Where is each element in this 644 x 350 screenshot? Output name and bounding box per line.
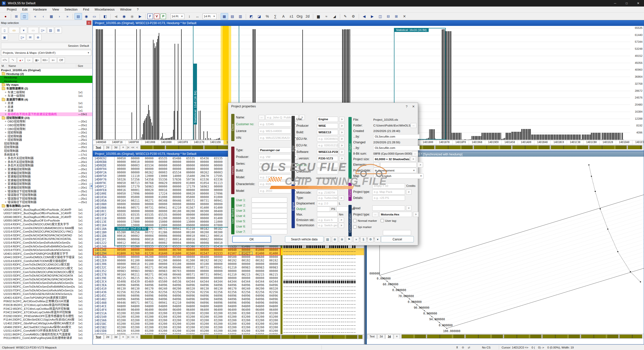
hex-cell[interactable]: 00004 — [142, 234, 156, 238]
tab-2d[interactable]: 2d — [104, 145, 111, 150]
hex-cell[interactable]: 01113 — [211, 181, 225, 185]
hex-cell[interactable]: 03200 — [197, 322, 211, 326]
open-project-button[interactable]: ▭ — [9, 27, 19, 33]
hex-cell[interactable]: 04096 — [184, 333, 197, 334]
hexdump-row[interactable]: 14D1566032000320003200032000320003200032… — [93, 319, 364, 322]
open-folder-icon[interactable]: ▭ — [91, 13, 98, 20]
hex-cell[interactable]: 03200 — [267, 329, 280, 333]
tree-row-dfc[interactable]: U0028:00DFC_BusDiagBusOffErrPasNode_0CAN… — [0, 208, 92, 212]
hex-cell[interactable]: 03200 — [184, 326, 197, 329]
hex-cell[interactable]: 00000 — [211, 188, 225, 192]
hex-cell[interactable]: 06400 — [211, 308, 225, 312]
hex-cell[interactable]: 03200 — [253, 315, 267, 319]
hex-cell[interactable]: 00000 — [114, 164, 128, 167]
tab-eq[interactable]: = — [394, 334, 400, 339]
percent-view-icon[interactable]: % — [264, 13, 271, 20]
hex-cell[interactable]: 00000 — [267, 276, 280, 280]
field-input[interactable]: e.g. WAUZZZ8E35A23 — [259, 135, 291, 140]
hex-cell[interactable]: 15000 — [156, 220, 170, 224]
tab-Text[interactable]: Text — [93, 145, 103, 150]
hex-cell[interactable]: 04096 — [184, 297, 197, 301]
hex-cell[interactable]: 00983 — [128, 269, 142, 273]
hex-cell[interactable]: 00000 — [170, 231, 184, 234]
hex-cell[interactable]: 00000 — [184, 213, 197, 216]
hex-cell[interactable]: 04096 — [197, 297, 211, 301]
hex-cell[interactable]: 04096 — [184, 301, 197, 304]
hex-cell[interactable]: 01300 — [184, 216, 197, 220]
hex-cell[interactable]: 04096 — [170, 283, 184, 287]
hex-cell[interactable]: 04096 — [184, 283, 197, 287]
tab-2d[interactable]: 2d — [104, 335, 111, 339]
hex-cell[interactable]: 65280 — [114, 231, 128, 234]
hex-cell[interactable]: 03200 — [267, 315, 280, 319]
hex-cell[interactable]: 00130 — [114, 287, 128, 290]
minimize-button[interactable]: ─ — [609, 0, 621, 7]
hex-cell[interactable]: 04096 — [211, 283, 225, 287]
hex-cell[interactable]: 01000 — [184, 181, 197, 185]
field-input[interactable]: e.g. 6 — [259, 168, 291, 173]
hex-cell[interactable]: 00000 — [211, 248, 225, 252]
hex-cell[interactable]: 04096 — [142, 297, 156, 301]
hex-cell[interactable]: 00012 — [114, 241, 128, 245]
field-input[interactable]: P230-V173 — [317, 156, 338, 161]
field-input[interactable]: e.g. R20 — [259, 181, 291, 187]
add-version-button[interactable]: ▯+ — [39, 27, 46, 33]
history-arrow-button[interactable]: > — [411, 156, 416, 162]
history-arrow-button[interactable]: > — [339, 162, 345, 168]
hex-cell[interactable]: 00008 — [170, 234, 184, 238]
hex-cell[interactable]: 65408 — [114, 280, 128, 283]
nav-back-icon[interactable]: ◀ — [112, 13, 120, 20]
hex-cell[interactable]: 00571 — [128, 206, 142, 209]
hex-cell[interactable]: 00290 — [253, 287, 267, 290]
hex-cell[interactable]: 65535 — [170, 245, 184, 248]
hexdump-row[interactable]: 14D126E005000000000600000000070000000009… — [93, 248, 364, 252]
text-mode-icon[interactable]: A — [280, 13, 287, 20]
hex-cell[interactable]: 00899 — [170, 181, 184, 185]
hex-cell[interactable]: 00000 — [170, 160, 184, 164]
tree-row-folder[interactable]: Hexdump (2) — [0, 72, 92, 76]
hex-cell[interactable]: 00000 — [142, 192, 156, 195]
tree-row-dfc[interactable]: P24C2:85DFC_ETCtlInrLopCtvMax排温内环控制偏1x1 — [0, 307, 92, 311]
hex-cell[interactable]: 01400 — [253, 252, 267, 255]
hex-cell[interactable]: 65535 — [142, 245, 156, 248]
hex-cell[interactable]: 00000 — [197, 167, 211, 171]
hexdump-row[interactable]: 14D15B2032000320003200032000320003200032… — [93, 326, 364, 329]
history-arrow-button[interactable]: > — [339, 117, 345, 122]
hex-cell[interactable]: 04800 — [197, 304, 211, 308]
hexdump-row[interactable]: 14D1378001640021100271003480044600571007… — [93, 273, 364, 276]
hex-cell[interactable]: 00000 — [170, 185, 184, 188]
hex-cell[interactable]: 61536 — [197, 178, 211, 181]
hex-cell[interactable]: 00211 — [128, 199, 142, 202]
hex-cell[interactable]: 65336 — [156, 245, 170, 248]
hex-cell[interactable]: 00300 — [197, 209, 211, 213]
hex-cell[interactable]: 03200 — [128, 319, 142, 322]
tree-row-map[interactable]: ∗扭矩限制器—20x1 — [0, 131, 92, 135]
hex-cell[interactable]: 00050 — [114, 192, 128, 195]
tree-row-dfc[interactable]: U1014:63DFC_ComRxDM5TODM5报文接收超时1x1 — [0, 259, 92, 263]
hex-cell[interactable]: 03200 — [128, 329, 142, 333]
hex-cell[interactable]: 03100 — [197, 262, 211, 266]
hex-cell[interactable]: 00320 — [114, 329, 128, 333]
hex-cell[interactable]: 03200 — [197, 315, 211, 319]
hex-cell[interactable]: 00500 — [114, 248, 128, 252]
window-split-icon[interactable]: ◧ — [101, 13, 109, 20]
filter-list-button[interactable]: ≡▾ — [49, 57, 57, 63]
hexdump-row[interactable]: 14D15FE040960409604096040960409604096040… — [93, 333, 364, 334]
hex-cell[interactable]: 00300 — [170, 255, 184, 259]
hex-cell[interactable]: 04096 — [253, 301, 267, 304]
hex-cell[interactable]: 03200 — [114, 312, 128, 315]
hex-cell[interactable]: 65439 — [128, 280, 142, 283]
hex-cell[interactable]: 00000 — [156, 209, 170, 213]
hex-cell[interactable]: 00290 — [170, 287, 184, 290]
record-macro-icon[interactable]: ● — [2, 13, 9, 20]
tab-3d[interactable]: 3d — [385, 334, 393, 339]
hex-cell[interactable]: 64536 — [170, 280, 184, 283]
hex-cell[interactable]: 00320 — [184, 287, 197, 290]
hex-cell[interactable]: 00164 — [114, 199, 128, 202]
hex-cell[interactable]: 00020 — [142, 188, 156, 192]
tree-row-project[interactable]: Project_101055.ols (Original) — [0, 68, 92, 72]
dialog-help-icon[interactable]: ? — [406, 105, 408, 108]
hex-cell[interactable]: 00000 — [156, 185, 170, 188]
hex-cell[interactable]: 00000 — [184, 248, 197, 252]
hex-cell[interactable]: 06400 — [156, 308, 170, 312]
